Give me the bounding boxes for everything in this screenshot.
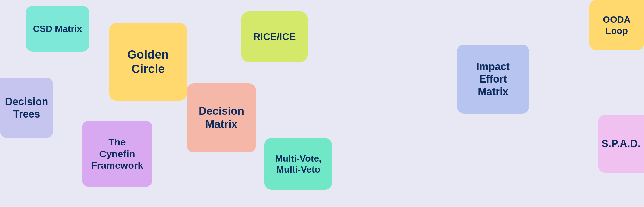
impact-effort-matrix-label: ImpactEffortMatrix [476,60,510,98]
impact-effort-matrix-card[interactable]: ImpactEffortMatrix [457,45,529,114]
decision-matrix-label: DecisionMatrix [199,105,244,131]
multivote-card[interactable]: Multi-Vote,Multi-Veto [264,138,332,190]
spad-card[interactable]: S.P.A.D. [598,115,644,172]
spad-label: S.P.A.D. [601,137,640,150]
decision-matrix-card[interactable]: DecisionMatrix [187,83,256,152]
csd-matrix-label: CSD Matrix [33,23,82,34]
decision-trees-card[interactable]: DecisionTrees [0,78,53,138]
ooda-loop-card[interactable]: OODALoop [589,0,644,50]
csd-matrix-card[interactable]: CSD Matrix [26,6,89,52]
rice-ice-card[interactable]: RICE/ICE [241,12,308,62]
multivote-label: Multi-Vote,Multi-Veto [275,153,321,175]
cynefin-framework-label: TheCynefinFramework [91,136,143,171]
golden-circle-label: GoldenCircle [127,47,169,76]
ooda-loop-label: OODALoop [603,14,630,36]
cynefin-framework-card[interactable]: TheCynefinFramework [82,121,152,187]
rice-ice-label: RICE/ICE [253,31,296,43]
golden-circle-card[interactable]: GoldenCircle [109,23,187,101]
decision-trees-label: DecisionTrees [5,95,48,120]
